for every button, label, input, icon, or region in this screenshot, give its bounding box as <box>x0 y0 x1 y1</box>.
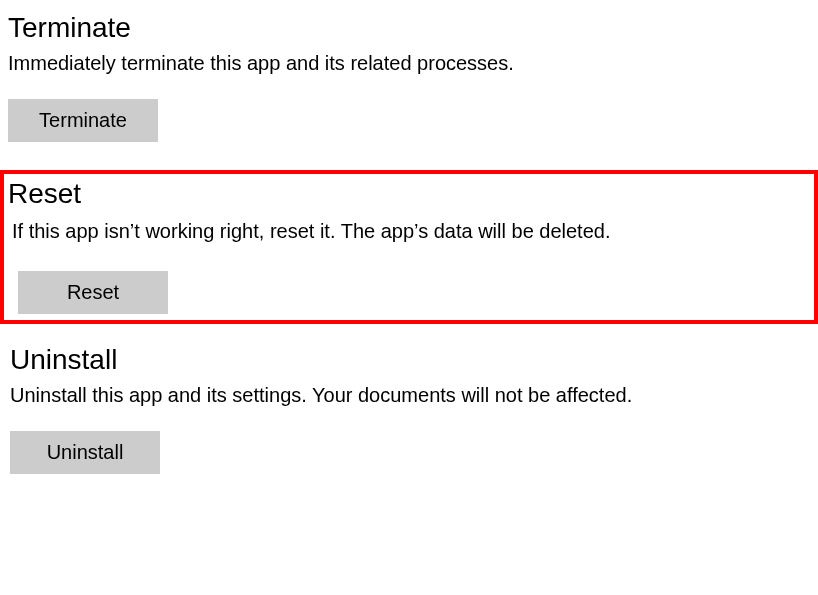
terminate-heading: Terminate <box>8 12 810 44</box>
uninstall-section: Uninstall Uninstall this app and its set… <box>0 344 818 502</box>
uninstall-button[interactable]: Uninstall <box>10 431 160 474</box>
reset-section-highlight: Reset If this app isn’t working right, r… <box>0 170 818 324</box>
reset-section: Reset If this app isn’t working right, r… <box>4 174 808 314</box>
terminate-section: Terminate Immediately terminate this app… <box>0 0 818 170</box>
terminate-button[interactable]: Terminate <box>8 99 158 142</box>
terminate-description: Immediately terminate this app and its r… <box>8 52 810 75</box>
reset-description: If this app isn’t working right, reset i… <box>12 220 808 243</box>
reset-button[interactable]: Reset <box>18 271 168 314</box>
uninstall-description: Uninstall this app and its settings. You… <box>10 384 810 407</box>
uninstall-heading: Uninstall <box>10 344 810 376</box>
reset-heading: Reset <box>8 178 808 210</box>
